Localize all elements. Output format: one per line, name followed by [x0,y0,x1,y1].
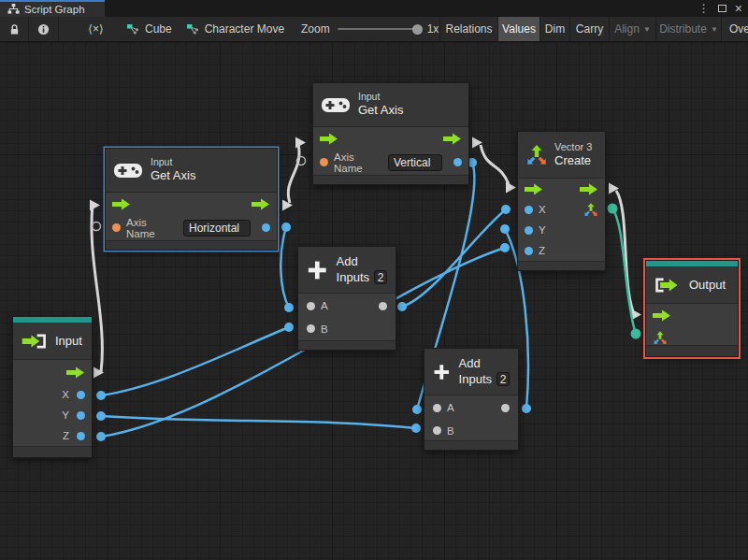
zoom-slider[interactable] [338,28,420,30]
flow-out-port[interactable] [580,183,598,195]
axis-name-field[interactable] [388,154,442,171]
z-port[interactable] [525,247,533,255]
flow-out-port[interactable] [443,133,462,145]
distribute-dropdown[interactable]: Distribute▼ [655,17,721,41]
y-port[interactable] [525,226,533,235]
hierarchy-icon [7,4,20,15]
node-output[interactable]: Output [645,260,739,357]
axis-name-label: Axis Name [334,151,382,174]
inputs-count-field[interactable] [374,270,387,284]
vector3-in-port[interactable] [653,331,668,345]
float-out-port[interactable] [453,158,462,166]
graph-toolbar: ⟨×⟩ Cube Character Move [0,17,748,42]
vector3-out-port[interactable] [583,203,598,217]
flow-out-port[interactable] [252,198,270,210]
code-preview-button[interactable]: ⟨×⟩ [58,17,133,41]
dim-button[interactable]: Dim [539,17,569,41]
node-category: Input [151,156,195,168]
float-out-port[interactable] [262,223,270,232]
port-label: B [447,425,454,437]
node-input-event[interactable]: Input X Y Z [12,316,93,458]
values-button[interactable]: Values [497,17,539,41]
inputs-count-field[interactable] [496,372,510,386]
input-a-port[interactable] [307,302,315,310]
flow-in-port[interactable] [320,133,338,145]
breadcrumb-cube[interactable]: Cube [127,22,172,36]
graph-node-icon [127,23,139,35]
sum-out-port[interactable] [501,404,510,412]
node-title: Input [55,334,82,348]
node-title: Get Axis [358,103,403,118]
node-category: Input [358,91,403,103]
node-add-1[interactable]: Add Inputs A B [297,246,396,351]
input-a-port[interactable] [433,404,441,412]
axis-name-field[interactable] [183,220,251,237]
breadcrumb: Cube Character Move [127,17,284,41]
input-b-port[interactable] [307,324,315,333]
zoom-value: 1x [427,22,439,36]
align-dropdown[interactable]: Align▼ [609,17,655,41]
node-title: Get Axis [151,168,195,183]
x-out-port[interactable] [77,391,85,399]
close-icon[interactable]: × [735,0,742,17]
inputs-label: Inputs [459,372,492,387]
zoom-label: Zoom [301,22,330,36]
plus-icon [307,259,328,281]
chevron-down-icon: ▼ [643,25,651,34]
tab-script-graph[interactable]: Script Graph [0,0,105,17]
port-label: Z [63,430,69,441]
relations-button[interactable]: Relations [439,17,497,41]
zoom-slider-handle[interactable] [412,24,423,35]
unity-script-graph-window: Script Graph ⋮ × ⟨×⟩ [0,0,748,560]
info-icon [37,23,50,36]
port-label: Y [539,224,546,236]
zoom-control: Zoom 1x [301,17,439,41]
plus-icon [433,361,451,383]
flow-out-port[interactable] [66,366,85,379]
node-title: Add [459,356,510,371]
z-out-port[interactable] [77,432,85,440]
input-event-icon [21,332,49,351]
port-label: Z [539,245,545,256]
node-vector3-create[interactable]: Vector 3 Create X Y Z [517,131,606,271]
flow-in-port[interactable] [525,183,543,195]
tab-bar: Script Graph ⋮ × [0,0,748,17]
port-label: X [539,204,546,215]
sum-out-port[interactable] [379,302,387,310]
port-label: Y [62,409,69,421]
menu-icon[interactable]: ⋮ [698,0,710,17]
node-get-axis-horizontal[interactable]: Input Get Axis Axis Name [105,148,278,251]
node-title: Create [554,153,592,168]
lock-button[interactable] [0,17,28,41]
angle-x-icon: ⟨×⟩ [88,22,103,36]
string-port[interactable] [320,158,328,166]
inputs-label: Inputs [337,270,369,285]
port-label: A [321,300,328,311]
gamepad-icon [114,162,142,179]
node-category: Vector 3 [554,141,592,154]
carry-button[interactable]: Carry [569,17,609,41]
node-add-2[interactable]: Add Inputs A B [424,348,519,451]
gamepad-icon [322,96,350,114]
overview-button[interactable]: Overview [721,17,748,41]
x-port[interactable] [525,206,533,214]
port-label: A [447,402,454,413]
node-title: Output [689,278,726,292]
info-button[interactable] [28,17,58,41]
tab-title: Script Graph [24,4,85,15]
flow-in-port[interactable] [653,309,671,322]
port-label: X [62,389,69,400]
chevron-down-icon: ▼ [711,25,718,34]
input-b-port[interactable] [433,426,441,435]
output-icon [654,276,682,294]
maximize-icon[interactable] [718,5,726,12]
vector3-icon [525,145,548,165]
node-get-axis-vertical[interactable]: Input Get Axis Axis Name [312,82,469,185]
node-title: Add [337,254,387,269]
string-port[interactable] [112,223,121,232]
breadcrumb-character-move[interactable]: Character Move [187,22,284,36]
flow-in-port[interactable] [112,198,131,210]
axis-name-label: Axis Name [126,217,178,239]
y-out-port[interactable] [77,411,85,420]
port-label: B [321,323,328,335]
